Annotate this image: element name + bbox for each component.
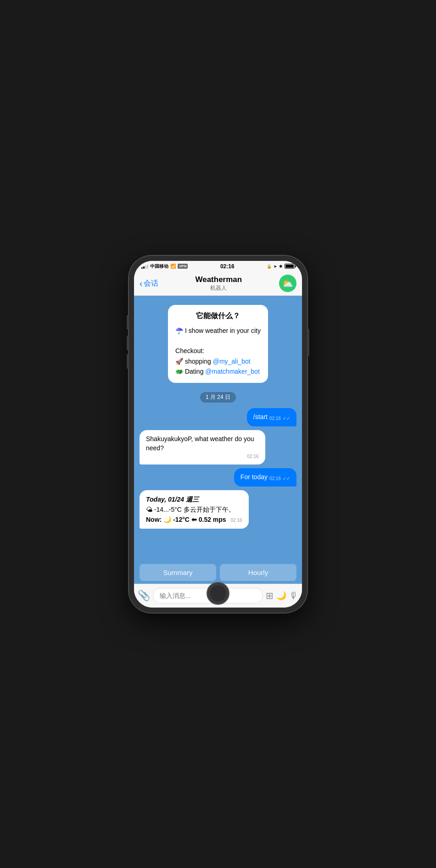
weather-message-bubble: Today, 01/24 週三 🌤 -14...-5°C 多云开始于下午。 No… bbox=[140, 490, 249, 529]
user-message-1-text: /start bbox=[253, 413, 268, 422]
back-button[interactable]: ‹ 会话 bbox=[140, 278, 158, 289]
bot-message-1-time: 02:16 bbox=[146, 453, 259, 460]
home-button-inner bbox=[209, 585, 227, 602]
intro-message-bubble: 它能做什么？ ☂️ I show weather in your city Ch… bbox=[168, 305, 268, 383]
chat-subtitle: 机器人 bbox=[195, 284, 242, 292]
chat-area: 它能做什么？ ☂️ I show weather in your city Ch… bbox=[134, 296, 302, 561]
user-message-2-row: For today 02:16 ✓✓ bbox=[140, 468, 296, 487]
vpn-badge: VPN bbox=[178, 264, 188, 269]
weather-now-text: Now: 🌙 -12°C ⬅ 0.52 mps bbox=[146, 516, 226, 523]
back-label: 会话 bbox=[144, 279, 158, 288]
battery-indicator bbox=[285, 264, 295, 269]
user-message-2-text: For today bbox=[240, 473, 268, 482]
attach-icon[interactable]: 📎 bbox=[138, 590, 150, 602]
intro-dating-line: 🐲 Dating @matchmaker_bot bbox=[175, 366, 261, 376]
user-message-1-row: /start 02:16 ✓✓ bbox=[140, 408, 296, 426]
user-message-2-time: 02:16 bbox=[269, 475, 281, 482]
chat-title: Weatherman bbox=[195, 275, 242, 284]
date-pill-label: 1 月 24 日 bbox=[200, 392, 236, 403]
intro-checkout: Checkout: bbox=[175, 346, 261, 356]
intro-body: ☂️ I show weather in your city Checkout:… bbox=[175, 326, 261, 377]
bluetooth-icon: ✱ bbox=[279, 264, 283, 269]
lock-icon: 🔒 bbox=[267, 264, 272, 269]
date-divider: 1 月 24 日 bbox=[140, 392, 296, 403]
user-message-1-time: 02:16 bbox=[269, 415, 281, 422]
weather-title: Today, 01/24 週三 bbox=[146, 496, 242, 504]
location-icon: ➤ bbox=[274, 264, 277, 269]
user-message-2-bubble: For today 02:16 ✓✓ bbox=[234, 468, 296, 487]
signal-bars-icon bbox=[141, 264, 148, 269]
phone-device: 中国移动 📶 VPN 02:16 🔒 ➤ ✱ ‹ 会话 Weatherman bbox=[129, 255, 307, 613]
weather-detail: 🌤 -14...-5°C 多云开始于下午。 bbox=[146, 506, 242, 514]
intro-dating-text: 🐲 Dating bbox=[175, 368, 205, 375]
weather-now: Now: 🌙 -12°C ⬅ 0.52 mps 02:16 bbox=[146, 516, 242, 523]
user-message-1-bubble: /start 02:16 ✓✓ bbox=[247, 408, 296, 426]
phone-screen: 中国移动 📶 VPN 02:16 🔒 ➤ ✱ ‹ 会话 Weatherman bbox=[134, 261, 302, 608]
intro-shopping-link[interactable]: @my_ali_bot bbox=[213, 358, 251, 365]
bot-message-1-row: ShakuyakukyoP, what weather do you need?… bbox=[140, 430, 296, 464]
battery-fill bbox=[285, 265, 294, 268]
intro-dating-link[interactable]: @matchmaker_bot bbox=[205, 368, 259, 375]
read-tick-2: ✓✓ bbox=[283, 475, 290, 482]
sticker-icon[interactable]: ⊞ bbox=[266, 590, 274, 601]
time-display: 02:16 bbox=[220, 263, 235, 270]
carrier-label: 中国移动 bbox=[150, 263, 168, 270]
intro-title: 它能做什么？ bbox=[175, 311, 261, 321]
status-bar: 中国移动 📶 VPN 02:16 🔒 ➤ ✱ bbox=[134, 261, 302, 272]
summary-button[interactable]: Summary bbox=[140, 564, 216, 581]
nav-bar: ‹ 会话 Weatherman 机器人 ⛅ bbox=[134, 272, 302, 296]
weather-message-row: Today, 01/24 週三 🌤 -14...-5°C 多云开始于下午。 No… bbox=[140, 490, 296, 529]
bot-message-1-text: ShakuyakukyoP, what weather do you need? bbox=[146, 435, 254, 452]
home-button[interactable] bbox=[207, 582, 229, 605]
bot-avatar[interactable]: ⛅ bbox=[279, 275, 296, 292]
intro-shopping-text: 🚀 shopping bbox=[175, 358, 213, 365]
read-tick-1: ✓✓ bbox=[283, 415, 290, 422]
weather-time: 02:16 bbox=[231, 518, 242, 523]
microphone-icon[interactable]: 🎙 bbox=[289, 591, 298, 601]
status-right: 🔒 ➤ ✱ bbox=[267, 264, 295, 269]
quick-replies-bar: Summary Hourly bbox=[134, 561, 302, 584]
bot-message-1-bubble: ShakuyakukyoP, what weather do you need?… bbox=[140, 430, 265, 464]
status-left: 中国移动 📶 VPN bbox=[141, 263, 188, 270]
chevron-left-icon: ‹ bbox=[140, 278, 143, 289]
moon-icon[interactable]: 🌙 bbox=[276, 591, 286, 601]
hourly-button[interactable]: Hourly bbox=[220, 564, 296, 581]
nav-center: Weatherman 机器人 bbox=[195, 275, 242, 292]
cloud-sun-icon: ⛅ bbox=[282, 278, 293, 289]
intro-line1: ☂️ I show weather in your city bbox=[175, 326, 261, 336]
wifi-icon: 📶 bbox=[170, 264, 176, 269]
intro-shopping-line: 🚀 shopping @my_ali_bot bbox=[175, 356, 261, 366]
